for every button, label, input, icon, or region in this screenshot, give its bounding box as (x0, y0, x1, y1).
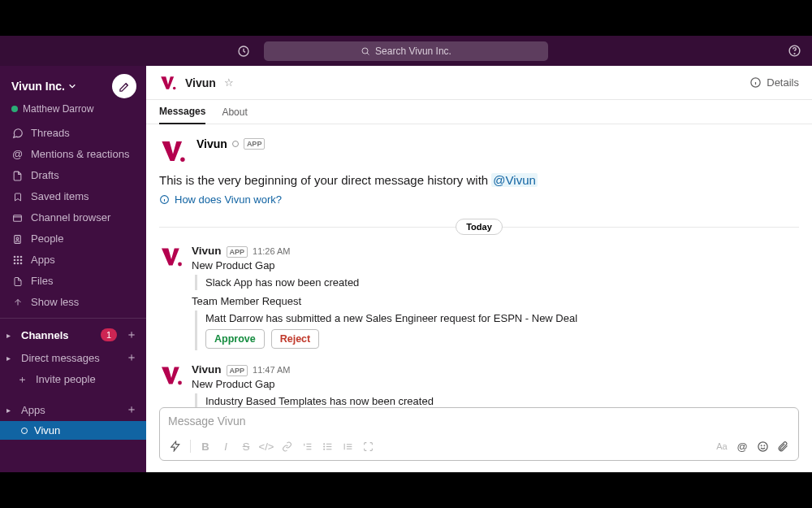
message-time: 11:26 AM (253, 245, 290, 258)
svg-point-12 (16, 259, 19, 262)
caret-right-icon: ▸ (6, 354, 16, 363)
svg-point-7 (16, 237, 19, 240)
bulleted-list-icon[interactable] (318, 437, 336, 455)
attach-icon[interactable] (774, 437, 792, 455)
nav-invite-people[interactable]: ＋ Invite people (0, 369, 146, 390)
italic-icon[interactable]: I (217, 437, 235, 455)
svg-point-26 (323, 445, 324, 446)
history-icon[interactable] (235, 43, 252, 59)
vivun-logo-icon (159, 245, 184, 269)
svg-point-34 (764, 445, 765, 445)
link-icon[interactable] (278, 437, 296, 455)
aa-format-icon[interactable]: Aa (713, 437, 731, 455)
svg-point-9 (16, 256, 19, 258)
message-list: Vivun APP This is the very beginning of … (146, 124, 812, 407)
composer-input[interactable] (160, 408, 798, 434)
message-sender: Vivun (192, 245, 222, 258)
plus-icon: ＋ (16, 372, 28, 387)
section-channels[interactable]: ▸ Channels 1 ＋ (0, 323, 146, 346)
nav-people[interactable]: People (0, 228, 146, 250)
message-item: Vivun APP 11:47 AM New Product Gap Indus… (159, 363, 799, 407)
svg-point-8 (13, 256, 15, 258)
threads-icon (11, 128, 24, 139)
apps-grid-icon (11, 255, 24, 265)
code-block-icon[interactable] (359, 437, 377, 455)
help-icon[interactable] (786, 43, 802, 59)
date-chip[interactable]: Today (456, 219, 503, 235)
vivun-logo-icon (159, 74, 177, 92)
ordered-list-icon[interactable] (298, 437, 316, 455)
app-badge: APP (244, 138, 266, 150)
nav-threads[interactable]: Threads (0, 123, 146, 144)
files-icon (11, 276, 24, 287)
chevron-down-icon (68, 82, 76, 90)
svg-point-10 (19, 256, 22, 258)
message-block: Matt Darrow has submitted a new Sales En… (195, 310, 577, 350)
sidebar-app-vivun[interactable]: Vivun (0, 421, 146, 440)
svg-point-11 (13, 259, 15, 262)
message-block: Slack App has now been created (195, 275, 577, 290)
at-icon: @ (11, 147, 24, 162)
tab-messages[interactable]: Messages (159, 106, 205, 124)
svg-point-15 (16, 263, 19, 265)
channel-browser-icon (11, 213, 24, 224)
people-icon (11, 234, 24, 245)
svg-point-14 (13, 263, 15, 265)
add-channel-button[interactable]: ＋ (125, 328, 138, 341)
vivun-logo-icon (159, 363, 184, 388)
section-direct-messages[interactable]: ▸ Direct messages ＋ (0, 346, 146, 369)
conversation-pane: Vivun ☆ Details Messages About Vivun (146, 66, 812, 472)
current-user[interactable]: Matthew Darrow (0, 103, 146, 123)
unread-badge: 1 (101, 328, 117, 341)
search-placeholder: Search Vivun Inc. (375, 46, 451, 57)
add-dm-button[interactable]: ＋ (125, 351, 138, 364)
nav-apps[interactable]: Apps (0, 250, 146, 271)
nav-saved[interactable]: Saved items (0, 186, 146, 207)
svg-point-33 (761, 445, 762, 445)
search-input[interactable]: Search Vivun Inc. (264, 41, 548, 61)
add-app-button[interactable]: ＋ (125, 403, 138, 416)
composer-toolbar: B I S </> Aa @ (160, 434, 798, 460)
svg-point-27 (323, 449, 324, 449)
presence-empty-icon (21, 428, 28, 434)
svg-point-4 (794, 54, 795, 54)
vivun-logo-icon (159, 137, 187, 165)
conversation-tabs: Messages About (146, 100, 812, 124)
workspace-name: Vivun Inc. (11, 80, 65, 93)
bold-icon[interactable]: B (197, 437, 214, 455)
reject-button[interactable]: Reject (271, 329, 320, 349)
nav-drafts[interactable]: Drafts (0, 165, 146, 186)
message-title: New Product Gap (192, 378, 434, 390)
mention-icon[interactable]: @ (733, 437, 751, 455)
section-apps[interactable]: ▸ Apps ＋ (0, 398, 146, 421)
tab-about[interactable]: About (222, 106, 247, 124)
nav-files[interactable]: Files (0, 271, 146, 292)
caret-right-icon: ▸ (6, 331, 16, 340)
app-badge: APP (227, 246, 248, 258)
message-time: 11:47 AM (253, 363, 290, 376)
workspace-switcher[interactable]: Vivun Inc. (11, 80, 76, 93)
nav-mentions[interactable]: @Mentions & reactions (0, 144, 146, 165)
message-sender: Vivun (192, 363, 222, 376)
blockquote-icon[interactable] (339, 437, 356, 455)
message-composer[interactable]: B I S </> Aa @ (159, 407, 799, 461)
mention-vivun[interactable]: @Vivun (491, 173, 537, 187)
top-toolbar: Search Vivun Inc. (0, 36, 812, 66)
compose-button[interactable] (112, 74, 136, 98)
emoji-icon[interactable] (754, 437, 771, 455)
nav-show-less[interactable]: Show less (0, 292, 146, 313)
conversation-header: Vivun ☆ Details (146, 66, 812, 100)
code-icon[interactable]: </> (257, 437, 275, 455)
strike-icon[interactable]: S (237, 437, 255, 455)
svg-point-32 (758, 441, 767, 450)
nav-channel-browser[interactable]: Channel browser (0, 207, 146, 228)
presence-empty-icon (232, 141, 239, 147)
approve-button[interactable]: Approve (205, 329, 265, 349)
app-badge: APP (227, 365, 248, 376)
details-button[interactable]: Details (749, 76, 799, 89)
svg-point-25 (323, 443, 324, 444)
shortcut-bolt-icon[interactable] (166, 437, 184, 455)
star-icon[interactable]: ☆ (224, 76, 234, 89)
how-does-app-work-link[interactable]: How does Vivun work? (159, 193, 799, 206)
conversation-title: Vivun (185, 76, 216, 89)
